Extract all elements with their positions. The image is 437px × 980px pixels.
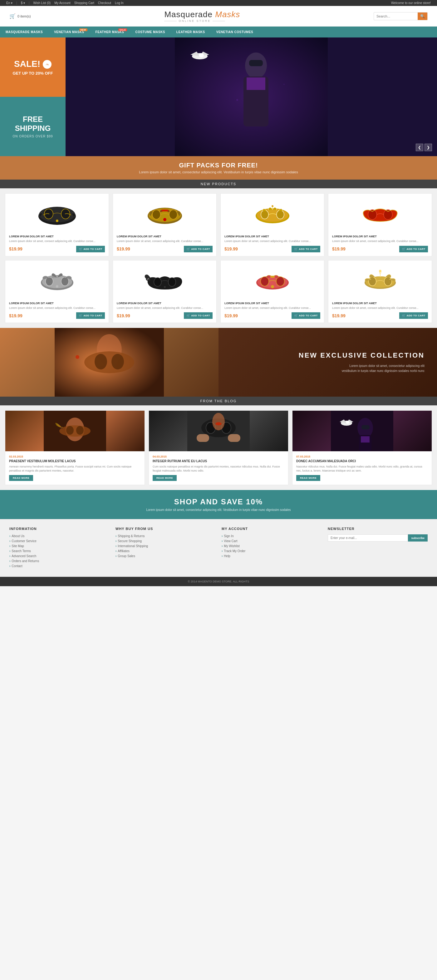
product-card: LOREM IPSUM DOLOR SIT AMET Lorem ipsum d…: [5, 193, 109, 256]
product-footer: $19.99 🛒 ADD TO CART: [332, 312, 428, 319]
blog-post-title: INTEGER RUTRUM ANTE EU LACUS: [153, 460, 284, 463]
add-to-cart-label: ADD TO CART: [299, 248, 318, 250]
newsletter-email-input[interactable]: [328, 535, 408, 541]
list-item: Customer Service: [10, 539, 109, 543]
footer-track-order-link[interactable]: Track My Order: [222, 549, 321, 553]
svg-rect-3: [246, 78, 265, 90]
read-more-button[interactable]: READ MORE: [296, 475, 320, 481]
add-to-cart-button[interactable]: 🛒 ADD TO CART: [184, 246, 213, 252]
sale-subtitle: GET UP TO 20% OFF: [6, 71, 59, 76]
copyright-text: © 2014 MAGENTO DEMO STORE. ALL RIGHTS: [188, 580, 249, 583]
add-to-cart-button[interactable]: 🛒 ADD TO CART: [399, 246, 428, 252]
shopping-cart-link[interactable]: Shopping Cart: [74, 1, 94, 5]
list-item: Orders and Returns: [10, 559, 109, 563]
lang-selector[interactable]: En ▾: [6, 1, 13, 5]
site-logo[interactable]: Masquerade Masks ONLINE STORE: [164, 10, 240, 22]
header-cart[interactable]: 🛒 0 item(s): [10, 13, 31, 19]
footer-group-sales-link[interactable]: Group Sales: [116, 554, 215, 558]
product-title: LOREM IPSUM DOLOR SIT AMET: [9, 235, 105, 238]
add-to-cart-button[interactable]: 🛒 ADD TO CART: [184, 312, 213, 319]
mask-svg-5: [37, 269, 78, 294]
login-link[interactable]: Log In: [115, 1, 124, 5]
footer-shipping-returns-link[interactable]: Shipping & Returns: [116, 535, 215, 538]
nav-feather-masks[interactable]: FEATHER MASKSSALE: [90, 27, 130, 38]
footer-advanced-search-link[interactable]: Advanced Search: [10, 554, 109, 558]
my-account-link[interactable]: My Account: [54, 1, 70, 5]
blog-image: [292, 410, 432, 451]
blog-image: [149, 410, 288, 451]
footer-wishlist-link[interactable]: My Wishlist: [222, 544, 321, 548]
footer-sitemap-link[interactable]: Site Map: [10, 544, 109, 548]
svg-point-20: [163, 218, 166, 221]
footer-view-cart-link[interactable]: View Cart: [222, 539, 321, 543]
nav-venetian-costumes[interactable]: VENETIAN COSTUMES: [211, 27, 259, 38]
footer-customer-service-link[interactable]: Customer Service: [10, 539, 109, 543]
nav-costume-masks[interactable]: COSTUME MASKS: [130, 27, 170, 38]
add-to-cart-button[interactable]: 🛒 ADD TO CART: [292, 312, 320, 319]
product-price: $19.99: [332, 313, 346, 318]
collection-text: NEW EXCLUSIVE COLLECTION Lorem ipsum dol…: [218, 339, 437, 386]
svg-point-34: [154, 278, 161, 286]
gift-banner-title: GIFT PACKS FOR FREE!: [6, 162, 431, 169]
hero-left-panels: SALE! -% GET UP TO 20% OFF FREE SHIPPING…: [0, 38, 65, 156]
nav-masquerade-masks[interactable]: MASQUERADE MASKS: [0, 27, 48, 38]
svg-point-15: [56, 220, 58, 222]
svg-point-52: [111, 354, 124, 369]
add-to-cart-button[interactable]: 🛒 ADD TO CART: [76, 312, 105, 319]
list-item: Secure Shopping: [116, 539, 215, 543]
read-more-button[interactable]: READ MORE: [153, 475, 177, 481]
footer-contact-link[interactable]: Contact: [10, 564, 109, 568]
footer-affiliates-link[interactable]: Affiliates: [116, 549, 215, 553]
svg-point-57: [66, 426, 74, 435]
svg-point-47: [379, 270, 381, 272]
footer-secure-shopping-link[interactable]: Secure Shopping: [116, 539, 215, 543]
shop-save-title: SHOP AND SAVE 10%: [6, 498, 431, 506]
add-to-cart-button[interactable]: 🛒 ADD TO CART: [292, 246, 320, 252]
free-shipping-subtitle: ON ORDERS OVER $99: [6, 135, 59, 138]
footer-sign-in-link[interactable]: Sign In: [222, 535, 321, 538]
svg-point-28: [384, 210, 393, 220]
hero-prev-button[interactable]: ❮: [416, 144, 423, 151]
currency-selector[interactable]: $ ▾: [21, 1, 25, 5]
sale-title: SALE! -%: [6, 59, 59, 69]
list-item: Track My Order: [222, 549, 321, 553]
cart-icon: 🛒: [186, 247, 191, 251]
product-card: LOREM IPSUM DOLOR SIT AMET Lorem ipsum d…: [220, 193, 324, 256]
footer-orders-returns-link[interactable]: Orders and Returns: [10, 559, 109, 563]
svg-point-9: [236, 99, 238, 101]
sale-badge: SALE: [118, 29, 127, 31]
nav-venetian-masks[interactable]: VENETIAN MASKSNEW: [48, 27, 90, 38]
svg-rect-65: [197, 434, 209, 442]
svg-rect-42: [270, 276, 275, 278]
footer-about-link[interactable]: About Us: [10, 535, 109, 538]
product-image: [224, 264, 320, 299]
add-to-cart-label: ADD TO CART: [407, 248, 426, 250]
svg-point-56: [59, 425, 91, 437]
wishlist-link[interactable]: Wish List (0): [33, 1, 51, 5]
footer-search-terms-link[interactable]: Search Terms: [10, 549, 109, 553]
add-to-cart-button[interactable]: 🛒 ADD TO CART: [399, 312, 428, 319]
search-input[interactable]: [374, 13, 418, 20]
hero-image: [65, 38, 437, 156]
product-footer: $19.99 🛒 ADD TO CART: [9, 312, 105, 319]
svg-point-35: [168, 278, 176, 286]
product-card: LOREM IPSUM DOLOR SIT AMET Lorem ipsum d…: [5, 260, 109, 323]
newsletter-subscribe-button[interactable]: subscribe: [408, 535, 427, 541]
footer-why-buy-title: WHY BUY FROM US: [116, 527, 215, 531]
product-price: $19.99: [117, 313, 130, 318]
search-button[interactable]: 🔍: [418, 13, 427, 20]
footer-international-shipping-link[interactable]: International Shipping: [116, 544, 215, 548]
blog-card: 02.03.2015 PRAESENT VESTIBULUM MOLESTIE …: [5, 410, 145, 485]
svg-point-46: [384, 277, 392, 286]
footer-help-link[interactable]: Help: [222, 554, 321, 558]
hero-next-button[interactable]: ❯: [424, 144, 432, 151]
product-footer: $19.99 🛒 ADD TO CART: [117, 246, 213, 252]
add-to-cart-button[interactable]: 🛒 ADD TO CART: [76, 246, 105, 252]
footer-why-buy-list: Shipping & Returns Secure Shopping Inter…: [116, 535, 215, 558]
checkout-link[interactable]: Checkout: [98, 1, 111, 5]
nav-leather-masks[interactable]: LEATHER MASKS: [171, 27, 211, 38]
footer-links: INFORMATION About Us Customer Service Si…: [0, 519, 437, 577]
read-more-button[interactable]: READ MORE: [9, 475, 33, 481]
hero-navigation: ❮ ❯: [416, 144, 432, 151]
product-card: LOREM IPSUM DOLOR SIT AMET Lorem ipsum d…: [328, 193, 432, 256]
